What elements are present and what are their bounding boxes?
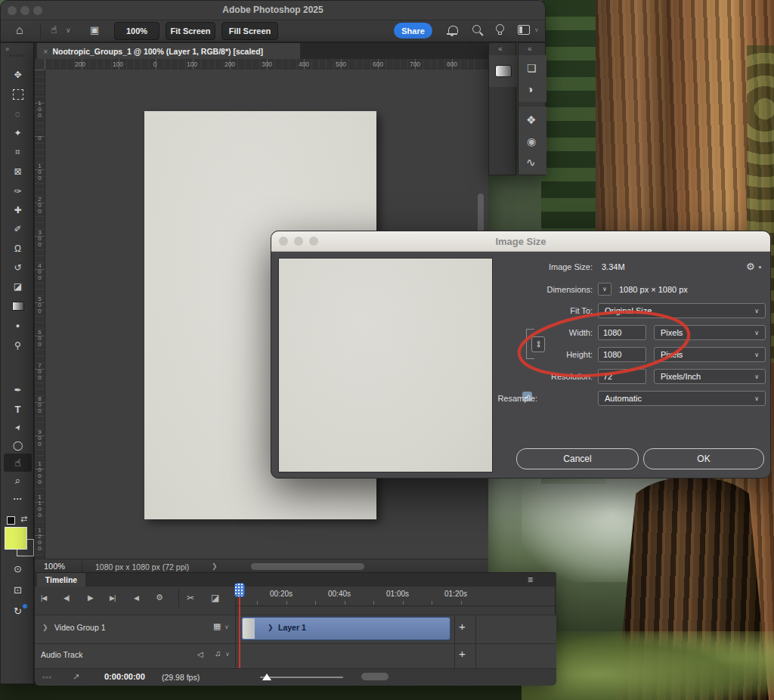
- crop-tool[interactable]: ⌗: [1, 144, 35, 160]
- zoom-100-button[interactable]: 100%: [114, 22, 159, 40]
- eyedropper-tool[interactable]: ✑: [1, 183, 35, 200]
- resolution-unit-dropdown[interactable]: Pixels/Inch ∨: [654, 369, 766, 384]
- screen-options-icon[interactable]: ▣: [90, 25, 99, 35]
- channels-panel-icon[interactable]: ◉: [527, 136, 536, 147]
- status-zoom-level[interactable]: 100%: [44, 562, 65, 571]
- collapse-panels-icon[interactable]: «: [498, 45, 503, 53]
- fit-screen-button[interactable]: Fit Screen: [166, 22, 215, 40]
- vertical-ruler[interactable]: 100 0 100 200 300 400 500 600 700 800 90…: [35, 70, 45, 559]
- notifications-bell-icon[interactable]: [448, 26, 458, 33]
- timeline-menu-icon[interactable]: ≡: [528, 575, 533, 585]
- fit-to-dropdown[interactable]: Original Size ∨: [598, 303, 766, 318]
- adjustments-panel-icon[interactable]: ◑: [527, 84, 533, 94]
- audio-mute-button[interactable]: ◀: [134, 594, 139, 602]
- image-preview[interactable]: [278, 258, 493, 472]
- timeline-settings-gear-icon[interactable]: ⚙: [156, 593, 163, 602]
- lasso-tool[interactable]: ◌: [1, 106, 35, 122]
- timeline-clip-layer1[interactable]: ❯ Layer 1: [241, 617, 450, 640]
- ok-button[interactable]: OK: [643, 448, 764, 469]
- frames-view-icon[interactable]: ▫▫▫: [42, 674, 52, 681]
- resample-dropdown[interactable]: Automatic ∨: [598, 391, 766, 406]
- clip-chevron-icon[interactable]: ❯: [268, 624, 274, 631]
- dimensions-dropdown-button[interactable]: ∨: [598, 283, 611, 296]
- home-icon[interactable]: ⌂: [16, 24, 23, 36]
- fill-screen-button[interactable]: Fill Screen: [221, 22, 278, 40]
- status-chevron-icon[interactable]: ❯: [212, 562, 218, 570]
- next-frame-button[interactable]: ▶|: [110, 594, 115, 602]
- rotate-view-button[interactable]: ↻: [1, 602, 35, 619]
- dialog-gear-icon[interactable]: ⚙: [746, 261, 755, 272]
- play-button[interactable]: ▶: [88, 593, 94, 602]
- horizontal-ruler[interactable]: 200 100 0 100 200 300 400 500 600 700 80…: [45, 59, 488, 70]
- gradients-panel-button[interactable]: [489, 55, 517, 87]
- hand-tool-options-icon[interactable]: ☝: [51, 24, 57, 35]
- libraries-panel-icon[interactable]: ❏: [527, 63, 537, 73]
- height-unit-dropdown[interactable]: Pixels ∨: [654, 347, 766, 362]
- workspace-panel-icon[interactable]: [518, 25, 530, 35]
- add-video-clip-button[interactable]: +: [459, 620, 466, 633]
- render-export-icon[interactable]: ↗: [73, 672, 79, 682]
- speaker-icon[interactable]: ◁: [197, 650, 203, 658]
- chevron-down-icon[interactable]: ∨: [534, 27, 539, 33]
- width-input[interactable]: [598, 325, 646, 340]
- dodge-tool[interactable]: ⚲: [1, 337, 35, 354]
- dialog-titlebar[interactable]: Image Size: [271, 231, 770, 252]
- add-audio-clip-button[interactable]: +: [459, 647, 466, 660]
- time-ruler[interactable]: 00:20s 00:40s 01:00s 01:20s: [235, 587, 556, 606]
- clone-stamp-tool[interactable]: Ω: [1, 240, 35, 257]
- hand-tool[interactable]: ☝: [1, 454, 35, 471]
- magic-wand-tool[interactable]: ✦: [1, 125, 35, 141]
- ruler-corner[interactable]: [35, 59, 45, 70]
- video-group-chevron-icon[interactable]: ❯: [42, 624, 48, 631]
- expand-toolbar-icon[interactable]: »: [5, 45, 8, 53]
- default-colors-icon[interactable]: [7, 516, 15, 525]
- gradient-tool[interactable]: [1, 298, 35, 314]
- marquee-tool[interactable]: [1, 86, 35, 103]
- music-note-icon[interactable]: ♫: [215, 649, 221, 658]
- previous-frame-button[interactable]: ◀|: [63, 594, 69, 602]
- resolution-input[interactable]: [598, 369, 646, 384]
- timeline-scrollbar[interactable]: [361, 673, 389, 680]
- timeline-zoom-slider[interactable]: [260, 677, 343, 678]
- share-button[interactable]: Share: [394, 23, 432, 39]
- timeline-tab[interactable]: Timeline: [37, 573, 85, 587]
- search-icon[interactable]: [472, 25, 481, 33]
- quick-mask-button[interactable]: ⊙: [1, 560, 35, 577]
- eraser-tool[interactable]: ◪: [1, 278, 35, 295]
- blur-tool[interactable]: ●: [1, 317, 35, 334]
- titlebar[interactable]: Adobe Photoshop 2025: [1, 1, 545, 20]
- go-to-first-frame-button[interactable]: |◀: [41, 594, 46, 602]
- pen-tool[interactable]: ✒: [1, 382, 35, 398]
- playhead[interactable]: [234, 583, 245, 597]
- transitions-icon[interactable]: ◪: [211, 593, 219, 603]
- zoom-tool[interactable]: ⌕: [1, 472, 35, 489]
- chevron-down-icon[interactable]: ∨: [224, 624, 229, 630]
- split-clip-scissors-icon[interactable]: ✂: [187, 593, 194, 603]
- document-tab[interactable]: × Nootropic_Groups_1 @ 100% (Layer 1, RG…: [37, 43, 300, 59]
- collapse-panels-icon[interactable]: «: [528, 45, 532, 53]
- history-brush-tool[interactable]: ↺: [1, 259, 35, 276]
- toolbar-grip[interactable]: [10, 54, 25, 57]
- layers-panel-icon[interactable]: ❖: [526, 114, 536, 125]
- brush-tool[interactable]: ✐: [1, 221, 35, 237]
- playhead-line[interactable]: [239, 597, 240, 668]
- paths-panel-icon[interactable]: ∿: [526, 156, 536, 168]
- screen-mode-button[interactable]: ⊡: [1, 581, 35, 598]
- shape-tool[interactable]: ◯: [1, 437, 35, 454]
- swap-colors-icon[interactable]: ⇄: [20, 515, 27, 523]
- video-filter-film-icon[interactable]: ▦: [213, 621, 221, 631]
- frame-tool[interactable]: ⊠: [1, 163, 35, 180]
- horizontal-scrollbar[interactable]: [251, 563, 364, 570]
- chevron-down-icon[interactable]: ∨: [225, 651, 230, 658]
- foreground-color-swatch[interactable]: [5, 527, 27, 550]
- cancel-button[interactable]: Cancel: [516, 448, 639, 469]
- move-tool[interactable]: ✥: [1, 67, 35, 83]
- healing-brush-tool[interactable]: ✚: [1, 202, 35, 218]
- timeline-zoom-slider-thumb[interactable]: [262, 674, 271, 680]
- height-input[interactable]: [598, 347, 646, 362]
- discover-lightbulb-icon[interactable]: [496, 24, 504, 33]
- edit-toolbar-button[interactable]: ···: [1, 491, 35, 507]
- close-tab-icon[interactable]: ×: [43, 47, 48, 56]
- chevron-down-icon[interactable]: ∨: [66, 27, 71, 34]
- width-unit-dropdown[interactable]: Pixels ∨: [654, 325, 766, 340]
